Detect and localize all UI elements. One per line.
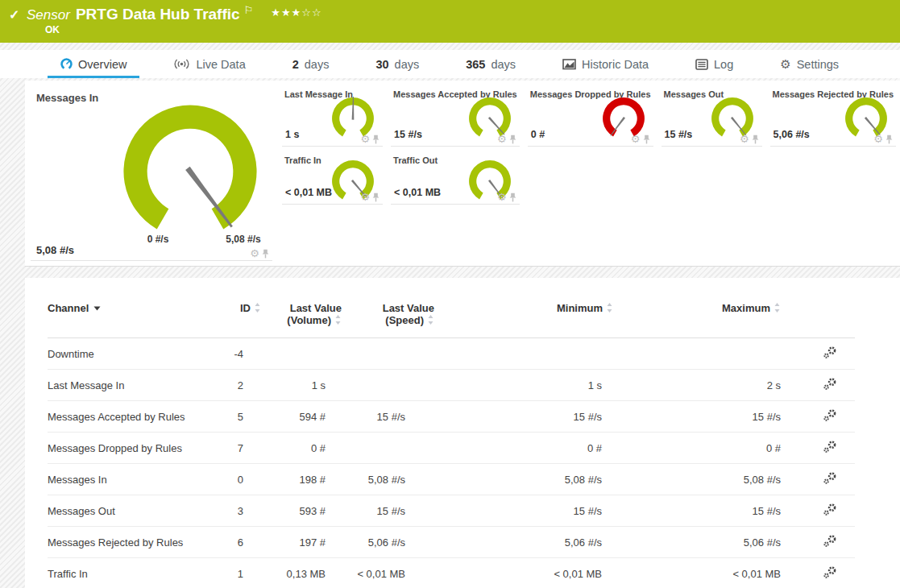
- gauge-gear-icon[interactable]: ⚙: [631, 134, 641, 144]
- gauge-gear-icon[interactable]: ⚙: [360, 192, 370, 202]
- table-row[interactable]: Messages Accepted by Rules5594 #15 #/s15…: [48, 401, 855, 433]
- column-header-id[interactable]: ID: [213, 302, 261, 338]
- tab-label: Log: [714, 58, 733, 71]
- minimum-cell: 0 #: [434, 433, 613, 464]
- gauge-gear-icon[interactable]: ⚙: [497, 134, 507, 144]
- gauge-pin-icon[interactable]: [509, 135, 516, 144]
- maximum-cell: 0 #: [613, 433, 781, 464]
- column-header-channel[interactable]: Channel: [48, 302, 213, 338]
- channel-id-cell: 3: [213, 495, 261, 527]
- gauge-pin-icon[interactable]: [643, 135, 650, 144]
- tab-settings[interactable]: ⚙ Settings: [780, 50, 839, 78]
- gauges-panel: Messages In 0 #/s 5,08 #/s 5,08 #/s ⚙ La…: [25, 81, 900, 267]
- last-value-volume-cell: 197 #: [261, 527, 342, 558]
- channel-name-cell: Messages Out: [48, 495, 213, 527]
- gauge-current-value: 5,08 #/s: [36, 244, 74, 256]
- last-value-volume-cell: 593 #: [261, 495, 342, 527]
- last-value-volume-cell: 0 #: [261, 433, 342, 464]
- channel-settings-gears-icon[interactable]: [823, 565, 837, 582]
- mini-gauge-cell: Messages Rejected by Rules 5,06 #/s ⚙: [770, 81, 896, 147]
- channel-name-cell: Messages Rejected by Rules: [48, 527, 213, 558]
- tab-number: 2: [292, 58, 299, 71]
- channel-id-cell: 2: [213, 370, 261, 401]
- mini-gauge-cell: Last Message In 1 s ⚙: [282, 81, 383, 147]
- gauge-pin-icon[interactable]: [752, 135, 759, 144]
- primary-gauge-dial[interactable]: [121, 102, 259, 241]
- settings-gear-icon: ⚙: [780, 57, 790, 72]
- channel-id-cell: 1: [213, 558, 261, 588]
- last-value-volume-cell: 0,13 MB: [261, 558, 342, 588]
- tab-historic-data[interactable]: Historic Data: [562, 50, 649, 78]
- channel-id-cell: -4: [213, 338, 261, 370]
- tab-log[interactable]: Log: [695, 50, 733, 78]
- channel-settings-gears-icon[interactable]: [823, 377, 837, 393]
- historic-chart-icon: [562, 59, 576, 70]
- mini-gauge-value: 1 s: [285, 129, 299, 140]
- minimum-cell: < 0,01 MB: [434, 558, 613, 588]
- table-row[interactable]: Messages Out3593 #15 #/s15 #/s15 #/s: [48, 495, 855, 527]
- gauge-gear-icon[interactable]: ⚙: [497, 192, 507, 202]
- table-row[interactable]: Messages Dropped by Rules70 #0 #0 #: [48, 433, 855, 464]
- channel-settings-gears-icon[interactable]: [823, 471, 837, 487]
- favorite-flag-icon[interactable]: ⚐: [244, 4, 254, 16]
- gauge-pin-icon[interactable]: [372, 193, 379, 202]
- column-header-last-value-speed[interactable]: Last Value (Speed): [342, 302, 434, 338]
- channel-table: Channel ID Last Value (Volume) Last Valu…: [48, 302, 855, 588]
- maximum-cell: [613, 338, 781, 370]
- channel-settings-gears-icon[interactable]: [823, 440, 837, 456]
- last-value-speed-cell: [342, 370, 434, 401]
- last-value-speed-cell: 15 #/s: [342, 401, 434, 433]
- tab-label: Settings: [797, 58, 839, 71]
- channel-settings-gears-icon[interactable]: [823, 503, 837, 519]
- channel-name-cell: Messages Accepted by Rules: [48, 401, 213, 433]
- column-header-last-value-volume[interactable]: Last Value (Volume): [261, 302, 342, 338]
- mini-gauge-cell: Traffic Out < 0,01 MB ⚙: [391, 147, 520, 205]
- maximum-cell: 5,06 #/s: [613, 527, 781, 558]
- maximum-cell: 5,08 #/s: [613, 464, 781, 495]
- status-badge: OK: [45, 24, 60, 35]
- gauge-pin-icon[interactable]: [372, 135, 379, 144]
- tab-365-days[interactable]: 365 days: [466, 50, 516, 78]
- channel-settings-gears-icon[interactable]: [823, 408, 837, 424]
- gauge-scale-min: 0 #/s: [134, 234, 182, 245]
- channel-name-cell: Downtime: [48, 338, 213, 370]
- table-row[interactable]: Messages Rejected by Rules6197 #5,06 #/s…: [48, 527, 855, 558]
- sensor-header: ✓ SensorPRTG Data Hub Traffic⚐★★★☆☆ OK: [0, 0, 900, 43]
- channel-settings-cell: [781, 464, 855, 495]
- gauge-pin-icon[interactable]: [509, 193, 516, 202]
- tab-30-days[interactable]: 30 days: [375, 50, 419, 78]
- last-value-volume-cell: 594 #: [261, 401, 342, 433]
- gauge-gear-icon[interactable]: ⚙: [740, 134, 749, 144]
- table-row[interactable]: Traffic In10,13 MB< 0,01 MB< 0,01 MB< 0,…: [48, 558, 855, 588]
- channel-settings-gears-icon[interactable]: [823, 534, 837, 550]
- live-signal-icon: [173, 59, 190, 69]
- channel-settings-cell: [781, 558, 855, 588]
- gauge-gear-icon[interactable]: ⚙: [360, 134, 370, 144]
- gauge-gear-icon[interactable]: ⚙: [873, 134, 883, 144]
- tab-number: 30: [375, 58, 388, 71]
- mini-gauge-cell: Traffic In < 0,01 MB ⚙: [282, 147, 383, 205]
- gauge-pin-icon[interactable]: [262, 249, 269, 259]
- last-value-speed-cell: 5,08 #/s: [342, 464, 434, 495]
- tab-2-days[interactable]: 2 days: [292, 50, 330, 78]
- sort-icon: [254, 303, 261, 315]
- gauge-pin-icon[interactable]: [885, 135, 893, 144]
- priority-stars[interactable]: ★★★☆☆: [271, 6, 321, 19]
- tab-label: Overview: [78, 58, 126, 71]
- table-row[interactable]: Last Message In21 s1 s2 s: [48, 370, 855, 401]
- table-row[interactable]: Downtime-4: [48, 338, 855, 370]
- channel-table-panel: Channel ID Last Value (Volume) Last Valu…: [25, 278, 900, 588]
- tab-live-data[interactable]: Live Data: [173, 50, 245, 78]
- column-header-minimum[interactable]: Minimum: [434, 302, 613, 338]
- sort-icon: [334, 315, 342, 327]
- column-header-maximum[interactable]: Maximum: [613, 302, 781, 338]
- table-row[interactable]: Messages In0198 #5,08 #/s5,08 #/s5,08 #/…: [48, 464, 855, 495]
- channel-settings-cell: [781, 433, 855, 464]
- minimum-cell: [434, 338, 613, 370]
- sort-desc-icon: [93, 301, 101, 313]
- tab-overview[interactable]: Overview: [60, 50, 126, 78]
- mini-gauge-value: 15 #/s: [394, 129, 422, 140]
- channel-settings-gears-icon[interactable]: [823, 346, 837, 362]
- minimum-cell: 15 #/s: [434, 495, 613, 527]
- gauge-gear-icon[interactable]: ⚙: [250, 248, 259, 259]
